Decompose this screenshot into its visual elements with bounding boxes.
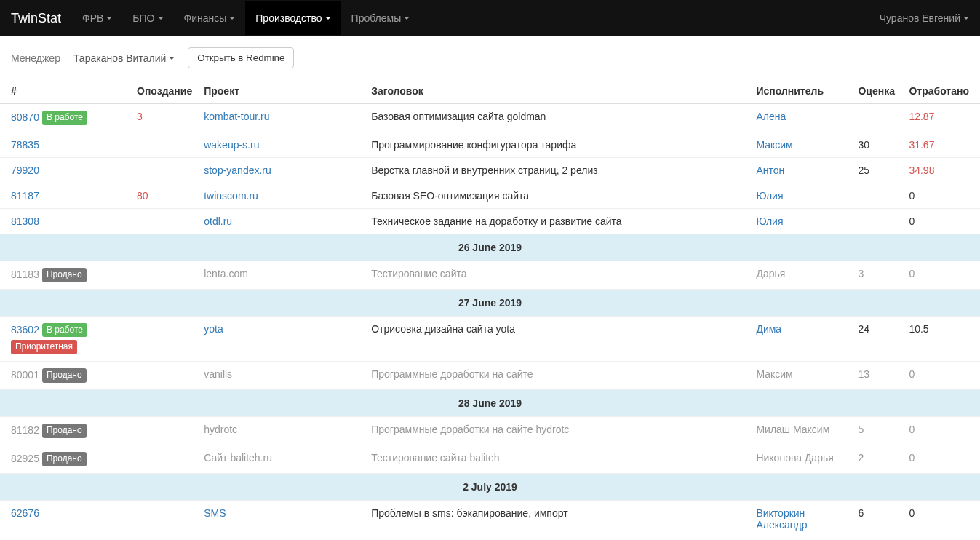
estimate-cell: 25 bbox=[852, 157, 903, 183]
open-redmine-button[interactable]: Открыть в Redmine bbox=[188, 47, 294, 68]
nav-item-label: БПО bbox=[132, 12, 154, 24]
status-badge: В работе bbox=[42, 111, 87, 125]
date-separator-row: 27 June 2019 bbox=[0, 289, 980, 316]
worked-cell: 0 bbox=[903, 445, 980, 473]
table-row: 80001ПроданоvanillsПрограммные доработки… bbox=[0, 362, 980, 390]
project-link[interactable]: vanills bbox=[204, 368, 232, 380]
table-row: 62676SMSПроблемы в sms: бэкапирование, и… bbox=[0, 500, 980, 537]
title-cell: Техническое задание на доработку и разви… bbox=[365, 208, 750, 234]
brand[interactable]: TwinStat bbox=[11, 11, 72, 26]
task-id-link[interactable]: 81183 bbox=[11, 268, 39, 279]
executor-link[interactable]: Милаш Максим bbox=[756, 424, 829, 435]
executor-link[interactable]: Юлия bbox=[756, 215, 783, 227]
executor-link[interactable]: Никонова Дарья bbox=[756, 452, 833, 464]
chevron-down-icon bbox=[169, 57, 175, 60]
executor-link[interactable]: Викторкин Александр bbox=[756, 507, 807, 531]
late-cell bbox=[131, 132, 198, 157]
task-id-link[interactable]: 62676 bbox=[11, 507, 39, 519]
status-badge: В работе bbox=[42, 323, 87, 338]
estimate-cell bbox=[852, 103, 903, 132]
user-menu[interactable]: Чуранов Евгений bbox=[880, 12, 969, 24]
navbar: TwinStat ФРВБПОФинансыПроизводствоПробле… bbox=[0, 0, 980, 36]
late-cell bbox=[131, 157, 198, 183]
task-id-link[interactable]: 80870 bbox=[11, 111, 39, 123]
nav-item[interactable]: ФРВ bbox=[72, 1, 122, 35]
task-id-link[interactable]: 79920 bbox=[11, 164, 39, 176]
nav-menu: ФРВБПОФинансыПроизводствоПроблемы bbox=[72, 1, 880, 35]
project-link[interactable]: hydrotc bbox=[204, 424, 237, 435]
estimate-cell bbox=[852, 208, 903, 234]
worked-cell: 0 bbox=[903, 362, 980, 390]
late-cell: 80 bbox=[131, 183, 198, 208]
executor-link[interactable]: Дима bbox=[756, 323, 781, 335]
table-row: 81182ПроданоhydrotcПрограммные доработки… bbox=[0, 416, 980, 445]
title-cell: Базовая SEO-оптимизация сайта bbox=[365, 183, 750, 208]
status-badge: Продано bbox=[42, 268, 87, 282]
chevron-down-icon bbox=[106, 17, 112, 20]
task-id-link[interactable]: 81182 bbox=[11, 424, 39, 436]
project-link[interactable]: yota bbox=[204, 323, 223, 335]
estimate-cell: 3 bbox=[852, 261, 903, 289]
worked-cell: 31.67 bbox=[903, 132, 980, 157]
user-name: Чуранов Евгений bbox=[880, 12, 960, 24]
executor-link[interactable]: Антон bbox=[756, 164, 784, 176]
executor-link[interactable]: Максим bbox=[756, 139, 792, 151]
chevron-down-icon bbox=[158, 17, 164, 20]
nav-item-label: Финансы bbox=[184, 12, 227, 24]
project-link[interactable]: otdl.ru bbox=[204, 215, 232, 227]
date-separator-row: 26 June 2019 bbox=[0, 234, 980, 261]
late-cell bbox=[131, 362, 198, 390]
task-id-link[interactable]: 82925 bbox=[11, 452, 39, 464]
chevron-down-icon bbox=[229, 17, 235, 20]
chevron-down-icon bbox=[325, 17, 331, 20]
late-cell bbox=[131, 316, 198, 362]
task-id-link[interactable]: 81187 bbox=[11, 190, 39, 202]
date-label: 27 June 2019 bbox=[0, 289, 980, 316]
worked-cell: 0 bbox=[903, 183, 980, 208]
table-row: 79920stop-yandex.ruВерстка главной и вну… bbox=[0, 157, 980, 183]
task-id-link[interactable]: 81308 bbox=[11, 215, 39, 227]
project-link[interactable]: wakeup-s.ru bbox=[204, 139, 259, 151]
task-id-link[interactable]: 78835 bbox=[11, 139, 39, 151]
task-id-link[interactable]: 83602 bbox=[11, 323, 39, 335]
title-cell: Проблемы в sms: бэкапирование, импорт bbox=[365, 500, 750, 537]
title-cell: Программирование конфигуратора тарифа bbox=[365, 132, 750, 157]
title-cell: Верстка главной и внутренних страниц, 2 … bbox=[365, 157, 750, 183]
task-id-link[interactable]: 80001 bbox=[11, 369, 39, 381]
nav-item[interactable]: Финансы bbox=[174, 1, 246, 35]
manager-label: Менеджер bbox=[11, 52, 60, 64]
worked-cell: 10.5 bbox=[903, 316, 980, 362]
estimate-cell: 5 bbox=[852, 416, 903, 445]
estimate-cell: 13 bbox=[852, 362, 903, 390]
project-link[interactable]: stop-yandex.ru bbox=[204, 164, 271, 176]
nav-item[interactable]: Проблемы bbox=[341, 1, 421, 35]
project-link[interactable]: SMS bbox=[204, 507, 226, 519]
project-link[interactable]: kombat-tour.ru bbox=[204, 111, 269, 122]
table-row: 81183Проданоlenta.comТестирование сайтаД… bbox=[0, 261, 980, 289]
title-cell: Базовая оптимизация сайта goldman bbox=[365, 103, 750, 132]
worked-cell: 12.87 bbox=[903, 103, 980, 132]
late-cell bbox=[131, 416, 198, 445]
executor-link[interactable]: Юлия bbox=[756, 190, 783, 202]
project-link[interactable]: lenta.com bbox=[204, 268, 248, 279]
table-row: 83602В работеПриоритетнаяyotaОтрисовка д… bbox=[0, 316, 980, 362]
executor-link[interactable]: Дарья bbox=[756, 268, 785, 279]
nav-item[interactable]: БПО bbox=[122, 1, 173, 35]
date-separator-row: 2 July 2019 bbox=[0, 473, 980, 500]
manager-dropdown[interactable]: Тараканов Виталий bbox=[73, 52, 175, 64]
executor-link[interactable]: Максим bbox=[756, 368, 792, 380]
project-link[interactable]: Сайт baliteh.ru bbox=[204, 452, 272, 464]
col-id: # bbox=[0, 79, 131, 103]
status-badge: Продано bbox=[42, 452, 87, 466]
nav-item[interactable]: Производство bbox=[245, 1, 340, 35]
executor-link[interactable]: Алена bbox=[756, 111, 786, 122]
late-cell bbox=[131, 208, 198, 234]
date-label: 2 July 2019 bbox=[0, 473, 980, 500]
chevron-down-icon bbox=[963, 17, 969, 20]
date-label: 26 June 2019 bbox=[0, 234, 980, 261]
nav-item-label: ФРВ bbox=[82, 12, 103, 24]
col-executor: Исполнитель bbox=[750, 79, 852, 103]
project-link[interactable]: twinscom.ru bbox=[204, 190, 258, 202]
table-row: 80870В работе3kombat-tour.ruБазовая опти… bbox=[0, 103, 980, 132]
tasks-table: # Опоздание Проект Заголовок Исполнитель… bbox=[0, 79, 980, 537]
